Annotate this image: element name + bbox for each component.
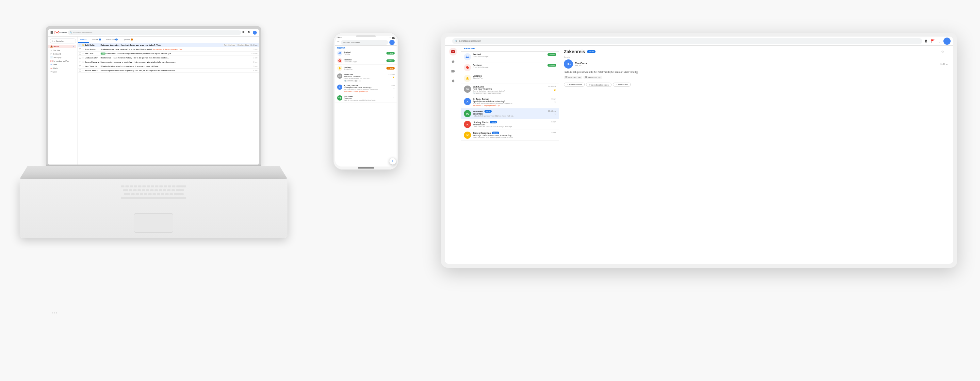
tablet-star-icon[interactable]: ☆: [554, 113, 556, 116]
tablet-star-icon[interactable]: [449, 57, 457, 65]
hamburger-icon[interactable]: ☰: [337, 41, 339, 44]
phone-email-row[interactable]: SK Salit Kulla Reis naar Yosemite Kun je…: [335, 72, 396, 83]
phone-star-icon[interactable]: ☆: [393, 96, 395, 98]
category-social[interactable]: Sociaal YouTube 2 nieuw: [335, 50, 396, 57]
email-row[interactable]: ☆ Lindsay Carter Boekenclub – Hallo Pete…: [78, 56, 259, 60]
tablet-star-icon[interactable]: ☆: [554, 100, 556, 103]
email-row[interactable]: ☆ Tim t' eve Zake Zakenreis – Hallo! Ik …: [78, 52, 259, 56]
forward-button[interactable]: → Doorsturen: [613, 83, 631, 87]
email-checkbox[interactable]: [79, 52, 81, 54]
phone-star-icon[interactable]: ★: [392, 76, 395, 79]
tablet-star-action[interactable]: ☆: [941, 50, 944, 54]
phone-home-bar[interactable]: [358, 167, 374, 168]
email-checkbox[interactable]: [79, 70, 81, 71]
star-icon[interactable]: ☆: [82, 52, 84, 55]
gmail-laptop-ui: ☰ Gmail 🔍 Berichten doorzoeken: [48, 29, 259, 165]
tablet-star-icon[interactable]: ★: [554, 88, 556, 92]
phone-email-row[interactable]: TG Tim Greer Zakenreis Hallo, ik heb ger…: [335, 94, 396, 103]
phone-email-row[interactable]: A Ik, Tom, Anissa Spelletjesavond deze z…: [335, 83, 396, 94]
sidebar-item-label1[interactable]: ● Snab: [48, 63, 76, 66]
tablet-email-row[interactable]: LC Lindsay Carter nieuw Boekenclub Hallo…: [461, 119, 559, 130]
tablet-updates-icon[interactable]: [449, 77, 457, 85]
star-icon[interactable]: ☆: [82, 69, 84, 72]
phone-email-avatar: A: [337, 84, 342, 90]
tablet-email-sender: Ik, Tom, Anissa: [473, 98, 550, 100]
phone-star-icon[interactable]: ☆: [393, 87, 395, 89]
email-row[interactable]: ☆ Tom, Anissa Spelletjesavond deze zater…: [78, 47, 259, 52]
compose-button[interactable]: ✏ + Opstellen: [50, 38, 76, 43]
tablet-category-promo[interactable]: Reclame Think with Google 2 nieuw: [461, 62, 559, 73]
sidebar-item-more[interactable]: ∨ Meer: [48, 70, 76, 73]
tablet-inbox-icon[interactable]: [449, 48, 457, 56]
email-checkbox[interactable]: [79, 61, 81, 63]
tablet-tag-icon[interactable]: [449, 67, 457, 75]
email-row[interactable]: ★ Salit Kulla Reis naar Yosemite – Kun j…: [78, 43, 259, 47]
star-icon[interactable]: ★: [82, 44, 84, 46]
sidebar-item-spam[interactable]: 🚫 In zondse berPter: [48, 59, 76, 63]
gmail-sidebar: ✏ + Opstellen 📥 Inbox 4 ☆ Niet diar: [48, 37, 78, 165]
promo-badge: 2: [115, 38, 118, 40]
social-badge: 4: [99, 38, 101, 40]
grid-icon[interactable]: ⊞: [242, 31, 246, 35]
tablet-email-row-selected[interactable]: TG Tim Greer nieuw Zakenreis Hallo, ik h…: [461, 108, 559, 119]
email-row[interactable]: ☆ James Carroway Neem a outrs mee naar j…: [78, 60, 259, 64]
email-checkbox[interactable]: [79, 44, 81, 46]
tablet-search-bar[interactable]: 🔍 Berichten doorzoeken: [452, 38, 922, 44]
tablet-avatar[interactable]: [943, 38, 951, 45]
tablet-email-row[interactable]: JC James Carroway nieuw Neem je ouders m…: [461, 130, 559, 141]
phone-search-bar[interactable]: Berichten doorzoeken: [341, 40, 388, 45]
user-avatar[interactable]: [253, 31, 257, 35]
settings-icon[interactable]: ⚙: [248, 31, 251, 35]
star-icon[interactable]: ☆: [82, 61, 84, 64]
reply-all-button[interactable]: ⇐ Allen beantwoorden: [586, 83, 611, 87]
star-icon: ☆: [50, 49, 52, 51]
tablet-category-updates-content: Updates Google Play: [473, 75, 555, 79]
tablet-email-row[interactable]: A Ik, Tom, Anissa Spelletjesavond deze z…: [461, 96, 559, 108]
tablet-email-row[interactable]: SK Salit Kulla Reis naar Yosemite Kun je…: [461, 84, 559, 96]
tab-updates[interactable]: Updates 1: [120, 37, 135, 43]
tablet-category-updates[interactable]: Updates Google Play: [461, 73, 559, 84]
category-updates[interactable]: Updates Google Play 1 nieuw: [335, 65, 396, 72]
sidebar-item-starred[interactable]: ☆ Niet diar: [48, 48, 76, 52]
attachment-badge-2: Reis foto 2.jpg: [237, 44, 249, 46]
tablet-detail-view: Zakenreis nieuw ☆ ⋮ 2 mails TG: [559, 46, 953, 264]
more-icon: ∨: [50, 70, 52, 73]
phone-email-meta: 8 nov ☆: [391, 84, 395, 89]
tablet-category-social[interactable]: Sociaal Think with Google 1 nieuw: [461, 52, 559, 62]
category-promo[interactable]: Reclame Think with Google 2 nieuw: [335, 57, 396, 65]
tablet-detail-time: 11:16 uur: [940, 63, 949, 65]
phone-outer: 09:00 ▲ ▮▮▮ ☰ Berichten doorzoeken PRIMA…: [333, 33, 399, 170]
email-checkbox[interactable]: [79, 65, 81, 67]
spam-label: In zondse berPter: [54, 60, 69, 62]
sidebar-item-label2[interactable]: ● Alle b: [48, 66, 76, 70]
reply-button[interactable]: ← Beantwoorden: [564, 83, 585, 87]
phone-email-preview: Hallo, ik heb gereserveerd bij het hotel…: [344, 99, 392, 101]
star-icon[interactable]: ☆: [82, 57, 84, 59]
tab-social[interactable]: Sociaal 4: [89, 37, 103, 43]
email-row[interactable]: ☆ Ken, Vane, th Wandelof d Woensdag! – →…: [78, 64, 259, 68]
gmail-main-area: ✏ + Opstellen 📥 Inbox 4 ☆ Niet diar: [48, 37, 259, 165]
email-row[interactable]: ☆ Anissa, alles 3 Verrassingsfeier voor …: [78, 68, 259, 73]
tablet-promo-name: Reclame: [473, 64, 546, 66]
social-category-info: Sociaal YouTube: [344, 51, 385, 55]
sidebar-item-inbox[interactable]: 📥 Inbox 4: [48, 45, 76, 48]
sidebar-item-drafts[interactable]: 📄 As a grip: [48, 56, 76, 59]
phone-avatar[interactable]: [390, 40, 395, 45]
tablet-trash-icon[interactable]: 🗑: [924, 39, 928, 43]
sidebar-item-sent[interactable]: ➤ Gestuurd: [48, 52, 76, 56]
tablet-detail-body: Hallo, ik heb gereserveerd bij het hotel…: [564, 70, 949, 74]
compose-fab[interactable]: +: [390, 158, 396, 165]
tablet-more-action[interactable]: ⋮: [945, 50, 949, 54]
tablet-flag-icon[interactable]: 🚩: [930, 39, 935, 43]
tablet-more-icon[interactable]: ⋮: [937, 39, 942, 43]
menu-icon[interactable]: ☰: [50, 31, 53, 34]
compose-label: + Opstellen: [54, 40, 64, 42]
email-checkbox[interactable]: [79, 57, 81, 59]
tab-promotions[interactable]: Rec.a me 2: [103, 37, 120, 43]
star-icon[interactable]: ☆: [82, 65, 84, 68]
tablet-menu-icon[interactable]: ☰: [447, 39, 450, 43]
gmail-search-bar[interactable]: 🔍 Berichten doorzoeken: [68, 30, 241, 35]
tab-primary[interactable]: Primair: [78, 37, 89, 43]
email-checkbox[interactable]: [79, 48, 81, 50]
star-icon[interactable]: ☆: [82, 48, 84, 51]
